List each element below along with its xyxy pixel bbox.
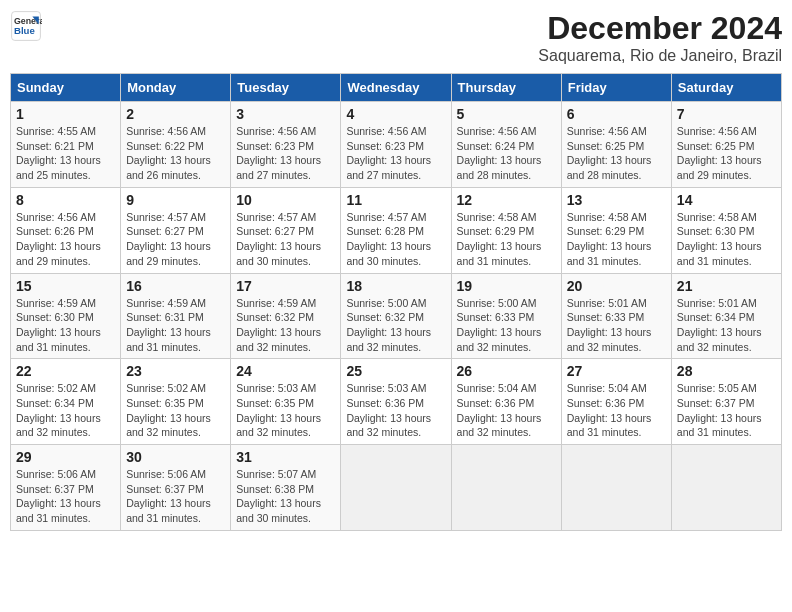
day-number: 17 [236, 278, 335, 294]
calendar-cell: 16Sunrise: 4:59 AM Sunset: 6:31 PM Dayli… [121, 273, 231, 359]
calendar-cell: 4Sunrise: 4:56 AM Sunset: 6:23 PM Daylig… [341, 102, 451, 188]
day-info: Sunrise: 4:56 AM Sunset: 6:23 PM Dayligh… [346, 124, 445, 183]
calendar-cell: 24Sunrise: 5:03 AM Sunset: 6:35 PM Dayli… [231, 359, 341, 445]
day-info: Sunrise: 5:04 AM Sunset: 6:36 PM Dayligh… [567, 381, 666, 440]
calendar-cell: 11Sunrise: 4:57 AM Sunset: 6:28 PM Dayli… [341, 187, 451, 273]
calendar-cell: 14Sunrise: 4:58 AM Sunset: 6:30 PM Dayli… [671, 187, 781, 273]
calendar-cell: 10Sunrise: 4:57 AM Sunset: 6:27 PM Dayli… [231, 187, 341, 273]
day-info: Sunrise: 5:06 AM Sunset: 6:37 PM Dayligh… [126, 467, 225, 526]
day-info: Sunrise: 4:56 AM Sunset: 6:22 PM Dayligh… [126, 124, 225, 183]
day-number: 26 [457, 363, 556, 379]
day-number: 20 [567, 278, 666, 294]
calendar-subtitle: Saquarema, Rio de Janeiro, Brazil [538, 47, 782, 65]
calendar-cell: 5Sunrise: 4:56 AM Sunset: 6:24 PM Daylig… [451, 102, 561, 188]
day-number: 8 [16, 192, 115, 208]
calendar-week-row: 8Sunrise: 4:56 AM Sunset: 6:26 PM Daylig… [11, 187, 782, 273]
day-info: Sunrise: 4:58 AM Sunset: 6:30 PM Dayligh… [677, 210, 776, 269]
calendar-cell: 26Sunrise: 5:04 AM Sunset: 6:36 PM Dayli… [451, 359, 561, 445]
day-number: 11 [346, 192, 445, 208]
calendar-cell: 23Sunrise: 5:02 AM Sunset: 6:35 PM Dayli… [121, 359, 231, 445]
day-info: Sunrise: 5:02 AM Sunset: 6:35 PM Dayligh… [126, 381, 225, 440]
calendar-week-row: 29Sunrise: 5:06 AM Sunset: 6:37 PM Dayli… [11, 445, 782, 531]
day-number: 25 [346, 363, 445, 379]
weekday-header: Tuesday [231, 74, 341, 102]
weekday-header: Sunday [11, 74, 121, 102]
calendar-cell [451, 445, 561, 531]
day-info: Sunrise: 4:58 AM Sunset: 6:29 PM Dayligh… [567, 210, 666, 269]
day-info: Sunrise: 5:06 AM Sunset: 6:37 PM Dayligh… [16, 467, 115, 526]
calendar-week-row: 15Sunrise: 4:59 AM Sunset: 6:30 PM Dayli… [11, 273, 782, 359]
calendar-table: SundayMondayTuesdayWednesdayThursdayFrid… [10, 73, 782, 531]
calendar-cell: 7Sunrise: 4:56 AM Sunset: 6:25 PM Daylig… [671, 102, 781, 188]
title-block: December 2024 Saquarema, Rio de Janeiro,… [538, 10, 782, 65]
day-info: Sunrise: 5:02 AM Sunset: 6:34 PM Dayligh… [16, 381, 115, 440]
calendar-cell: 25Sunrise: 5:03 AM Sunset: 6:36 PM Dayli… [341, 359, 451, 445]
calendar-cell: 27Sunrise: 5:04 AM Sunset: 6:36 PM Dayli… [561, 359, 671, 445]
calendar-cell: 28Sunrise: 5:05 AM Sunset: 6:37 PM Dayli… [671, 359, 781, 445]
day-number: 30 [126, 449, 225, 465]
day-number: 28 [677, 363, 776, 379]
day-info: Sunrise: 5:00 AM Sunset: 6:33 PM Dayligh… [457, 296, 556, 355]
calendar-cell: 15Sunrise: 4:59 AM Sunset: 6:30 PM Dayli… [11, 273, 121, 359]
calendar-cell: 20Sunrise: 5:01 AM Sunset: 6:33 PM Dayli… [561, 273, 671, 359]
weekday-header: Saturday [671, 74, 781, 102]
day-info: Sunrise: 4:57 AM Sunset: 6:27 PM Dayligh… [236, 210, 335, 269]
day-number: 21 [677, 278, 776, 294]
day-number: 12 [457, 192, 556, 208]
calendar-week-row: 1Sunrise: 4:55 AM Sunset: 6:21 PM Daylig… [11, 102, 782, 188]
day-info: Sunrise: 4:58 AM Sunset: 6:29 PM Dayligh… [457, 210, 556, 269]
day-number: 29 [16, 449, 115, 465]
day-info: Sunrise: 5:07 AM Sunset: 6:38 PM Dayligh… [236, 467, 335, 526]
day-info: Sunrise: 4:59 AM Sunset: 6:31 PM Dayligh… [126, 296, 225, 355]
calendar-week-row: 22Sunrise: 5:02 AM Sunset: 6:34 PM Dayli… [11, 359, 782, 445]
day-number: 10 [236, 192, 335, 208]
day-number: 1 [16, 106, 115, 122]
calendar-cell: 6Sunrise: 4:56 AM Sunset: 6:25 PM Daylig… [561, 102, 671, 188]
day-number: 27 [567, 363, 666, 379]
calendar-cell: 1Sunrise: 4:55 AM Sunset: 6:21 PM Daylig… [11, 102, 121, 188]
day-number: 14 [677, 192, 776, 208]
day-number: 5 [457, 106, 556, 122]
day-number: 7 [677, 106, 776, 122]
weekday-header-row: SundayMondayTuesdayWednesdayThursdayFrid… [11, 74, 782, 102]
calendar-cell: 31Sunrise: 5:07 AM Sunset: 6:38 PM Dayli… [231, 445, 341, 531]
calendar-cell: 13Sunrise: 4:58 AM Sunset: 6:29 PM Dayli… [561, 187, 671, 273]
day-number: 2 [126, 106, 225, 122]
day-number: 18 [346, 278, 445, 294]
calendar-cell: 2Sunrise: 4:56 AM Sunset: 6:22 PM Daylig… [121, 102, 231, 188]
calendar-cell: 9Sunrise: 4:57 AM Sunset: 6:27 PM Daylig… [121, 187, 231, 273]
weekday-header: Friday [561, 74, 671, 102]
calendar-title: December 2024 [538, 10, 782, 47]
calendar-cell [341, 445, 451, 531]
svg-text:Blue: Blue [14, 25, 35, 36]
day-number: 22 [16, 363, 115, 379]
calendar-cell: 19Sunrise: 5:00 AM Sunset: 6:33 PM Dayli… [451, 273, 561, 359]
day-info: Sunrise: 4:59 AM Sunset: 6:32 PM Dayligh… [236, 296, 335, 355]
day-number: 9 [126, 192, 225, 208]
day-number: 15 [16, 278, 115, 294]
day-info: Sunrise: 4:57 AM Sunset: 6:28 PM Dayligh… [346, 210, 445, 269]
calendar-cell [561, 445, 671, 531]
day-info: Sunrise: 5:01 AM Sunset: 6:33 PM Dayligh… [567, 296, 666, 355]
day-number: 19 [457, 278, 556, 294]
day-number: 13 [567, 192, 666, 208]
weekday-header: Wednesday [341, 74, 451, 102]
day-number: 24 [236, 363, 335, 379]
day-info: Sunrise: 4:57 AM Sunset: 6:27 PM Dayligh… [126, 210, 225, 269]
calendar-cell [671, 445, 781, 531]
calendar-cell: 8Sunrise: 4:56 AM Sunset: 6:26 PM Daylig… [11, 187, 121, 273]
day-number: 6 [567, 106, 666, 122]
day-number: 3 [236, 106, 335, 122]
day-info: Sunrise: 4:56 AM Sunset: 6:23 PM Dayligh… [236, 124, 335, 183]
day-info: Sunrise: 5:01 AM Sunset: 6:34 PM Dayligh… [677, 296, 776, 355]
calendar-cell: 22Sunrise: 5:02 AM Sunset: 6:34 PM Dayli… [11, 359, 121, 445]
calendar-cell: 17Sunrise: 4:59 AM Sunset: 6:32 PM Dayli… [231, 273, 341, 359]
calendar-cell: 3Sunrise: 4:56 AM Sunset: 6:23 PM Daylig… [231, 102, 341, 188]
day-info: Sunrise: 5:03 AM Sunset: 6:35 PM Dayligh… [236, 381, 335, 440]
calendar-cell: 12Sunrise: 4:58 AM Sunset: 6:29 PM Dayli… [451, 187, 561, 273]
day-info: Sunrise: 4:55 AM Sunset: 6:21 PM Dayligh… [16, 124, 115, 183]
day-info: Sunrise: 4:56 AM Sunset: 6:25 PM Dayligh… [677, 124, 776, 183]
day-info: Sunrise: 5:04 AM Sunset: 6:36 PM Dayligh… [457, 381, 556, 440]
page-header: General Blue December 2024 Saquarema, Ri… [10, 10, 782, 65]
weekday-header: Thursday [451, 74, 561, 102]
